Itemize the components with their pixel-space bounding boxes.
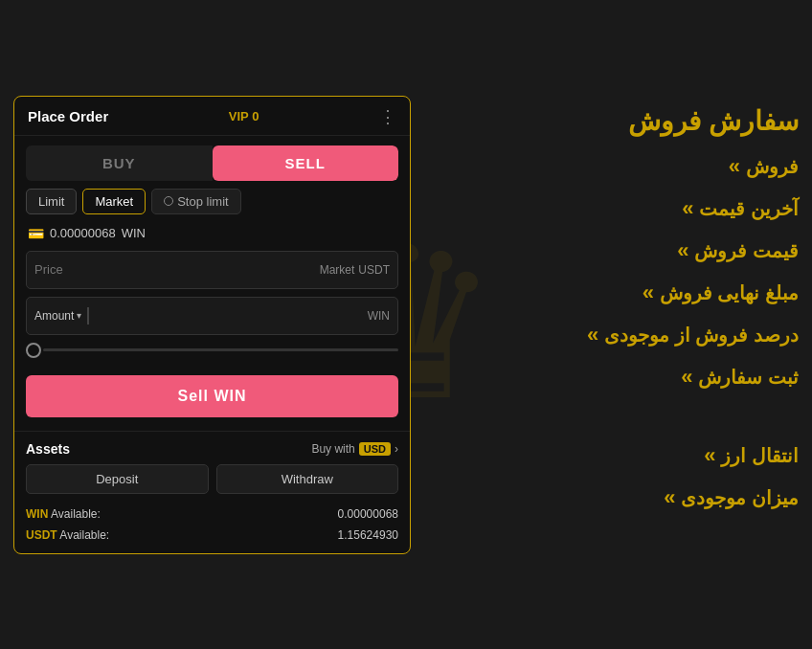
sell-arrow-icon: » xyxy=(729,154,740,179)
sell-amount-label: مبلغ نهایی فروش xyxy=(660,281,799,304)
radio-icon xyxy=(164,196,173,206)
market-type-button[interactable]: Market xyxy=(82,189,146,214)
usdt-available-value: 1.15624930 xyxy=(338,528,398,542)
last-price-arrow-icon: » xyxy=(682,196,693,221)
slider-track xyxy=(43,348,398,351)
last-price-label: آخرین قیمت xyxy=(699,197,799,220)
assets-header: Assets Buy with USD › xyxy=(26,441,398,457)
sell-price-label: قیمت فروش xyxy=(694,239,799,262)
amount-dropdown-icon[interactable]: ▾ xyxy=(77,310,81,321)
assets-section: Assets Buy with USD › Deposit Withdraw W… xyxy=(14,431,410,553)
main-title-annotation: سفارش فروش xyxy=(430,105,799,137)
withdraw-button[interactable]: Withdraw xyxy=(216,464,399,494)
balance-arrow-icon: » xyxy=(664,485,675,510)
sell-amount-arrow-icon: » xyxy=(643,280,654,305)
more-options-icon[interactable]: ⋮ xyxy=(379,106,396,127)
buy-with-row: Buy with USD › xyxy=(311,442,398,456)
transfer-label: انتقال ارز xyxy=(721,444,799,467)
order-type-row: Limit Market Stop limit xyxy=(14,189,410,224)
buy-with-chevron-icon[interactable]: › xyxy=(395,442,398,456)
price-currency-label: USDT xyxy=(358,263,390,277)
sell-button[interactable]: Sell WIN xyxy=(26,375,398,417)
deposit-button[interactable]: Deposit xyxy=(26,464,209,494)
sell-amount-annotation: مبلغ نهایی فروش » xyxy=(430,280,799,305)
amount-input-group: Amount ▾ WIN xyxy=(26,297,398,335)
panel-title: Place Order xyxy=(28,108,108,124)
transfer-arrow-icon: » xyxy=(704,443,715,468)
price-market-label: Market xyxy=(320,263,355,277)
balance-label: میزان موجودی xyxy=(681,486,799,509)
usd-currency-tag: USD xyxy=(359,442,391,456)
sell-price-arrow-icon: » xyxy=(677,238,688,263)
win-available-value: 0.00000068 xyxy=(338,507,398,521)
sell-annotation: فروش » xyxy=(430,154,799,179)
divider xyxy=(87,307,89,324)
amount-currency-label: WIN xyxy=(368,309,390,323)
balance-annotation: میزان موجودی » xyxy=(430,485,799,510)
amount-input[interactable] xyxy=(95,308,367,323)
sell-tab[interactable]: SELL xyxy=(213,145,399,181)
panel-header: Place Order VIP 0 ⋮ xyxy=(14,97,410,136)
sell-percent-label: درصد فروش از موجودی xyxy=(604,324,799,347)
limit-type-button[interactable]: Limit xyxy=(26,189,77,214)
buy-with-label: Buy with xyxy=(311,442,354,456)
asset-action-buttons: Deposit Withdraw xyxy=(26,464,398,494)
assets-title: Assets xyxy=(26,441,70,457)
balance-currency: WIN xyxy=(122,226,146,240)
vip-badge: VIP 0 xyxy=(229,109,259,123)
sell-percent-arrow-icon: » xyxy=(587,323,598,347)
percentage-slider[interactable] xyxy=(26,343,398,358)
stop-limit-type-button[interactable]: Stop limit xyxy=(151,189,240,214)
buy-tab[interactable]: BUY xyxy=(26,145,213,181)
usdt-available-row: USDT Available: 1.15624930 xyxy=(26,525,398,553)
usdt-available-label: USDT Available: xyxy=(26,528,109,542)
balance-value: 0.00000068 xyxy=(50,226,116,240)
price-input-group: Market USDT xyxy=(26,251,398,289)
submit-annotation: ثبت سفارش » xyxy=(430,365,799,390)
transfer-annotation: انتقال ارز » xyxy=(430,443,799,468)
sell-percent-annotation: درصد فروش از موجودی » xyxy=(430,323,799,347)
sell-price-annotation: قیمت فروش » xyxy=(430,238,799,263)
submit-label: ثبت سفارش xyxy=(698,366,799,389)
order-panel: Place Order VIP 0 ⋮ BUY SELL Limit Marke… xyxy=(13,96,411,554)
win-available-row: WIN Available: 0.00000068 xyxy=(26,504,398,525)
last-price-annotation: آخرین قیمت » xyxy=(430,196,799,221)
amount-label: Amount ▾ xyxy=(34,309,81,323)
slider-thumb[interactable] xyxy=(26,343,41,358)
sell-label: فروش xyxy=(746,155,799,178)
order-side-tabs: BUY SELL xyxy=(26,145,398,181)
balance-row: 💳 0.00000068 WIN xyxy=(14,224,410,251)
wallet-icon: 💳 xyxy=(28,226,44,241)
submit-arrow-icon: » xyxy=(681,365,692,390)
spacer xyxy=(430,407,799,426)
right-annotations: سفارش فروش فروش » آخرین قیمت » قیمت فروش… xyxy=(411,96,799,520)
price-input[interactable] xyxy=(34,262,320,277)
win-available-label: WIN Available: xyxy=(26,507,101,521)
